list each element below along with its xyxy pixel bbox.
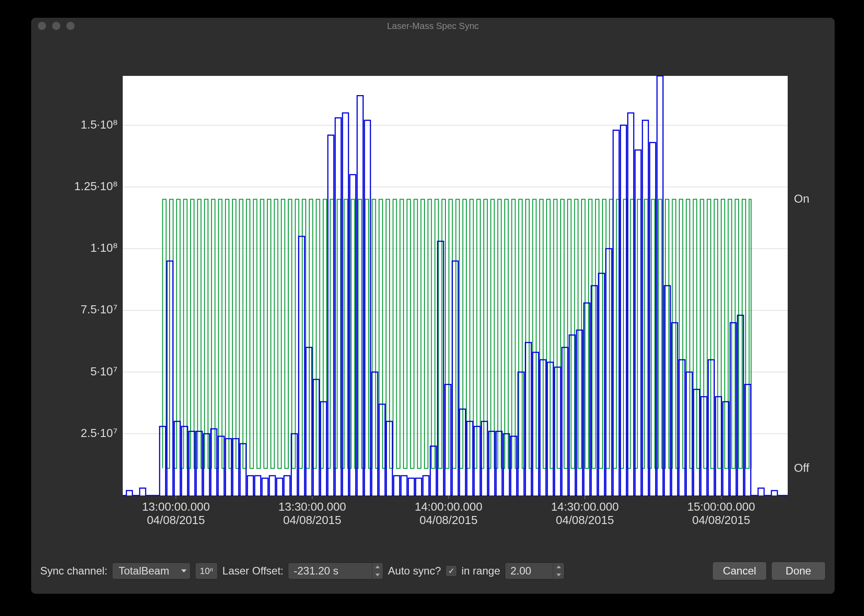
svg-rect-0: [123, 76, 788, 495]
svg-text:13:00:00.000: 13:00:00.000: [142, 500, 210, 513]
svg-text:13:30:00.000: 13:30:00.000: [278, 500, 346, 513]
svg-text:1.25·10⁸: 1.25·10⁸: [74, 179, 117, 193]
svg-text:On: On: [794, 192, 810, 205]
in-range-label: in range: [461, 565, 500, 577]
bottom-toolbar: Sync channel: TotalBeam 10ⁿ Laser Offset…: [40, 562, 826, 580]
svg-text:5·10⁷: 5·10⁷: [90, 365, 117, 378]
laser-offset-input[interactable]: -231.20 s: [288, 562, 383, 579]
svg-text:04/08/2015: 04/08/2015: [283, 513, 341, 527]
auto-sync-label: Auto sync?: [388, 565, 441, 577]
svg-text:15:00:00.000: 15:00:00.000: [687, 500, 755, 513]
chevron-down-icon: [181, 570, 187, 573]
in-range-input[interactable]: 2.00: [505, 562, 565, 579]
log-scale-button[interactable]: 10ⁿ: [195, 562, 218, 579]
sync-channel-value: TotalBeam: [119, 565, 169, 577]
titlebar: Laser-Mass Spec Sync: [31, 18, 835, 34]
sync-chart[interactable]: 2.5·10⁷5·10⁷7.5·10⁷1·10⁸1.25·10⁸1.5·10⁸1…: [69, 49, 828, 536]
window-title: Laser-Mass Spec Sync: [31, 21, 835, 31]
laser-offset-label: Laser Offset:: [222, 565, 283, 577]
cancel-button[interactable]: Cancel: [712, 562, 767, 580]
svg-text:14:30:00.000: 14:30:00.000: [551, 500, 619, 513]
sync-channel-select[interactable]: TotalBeam: [112, 562, 191, 579]
done-button[interactable]: Done: [771, 562, 826, 580]
dialog-window: Laser-Mass Spec Sync 2.5·10⁷5·10⁷7.5·10⁷…: [31, 18, 835, 594]
svg-text:04/08/2015: 04/08/2015: [420, 513, 478, 527]
svg-text:04/08/2015: 04/08/2015: [147, 513, 205, 527]
auto-sync-checkbox[interactable]: ✓: [445, 565, 457, 577]
laser-offset-value: -231.20 s: [294, 565, 338, 577]
sync-channel-label: Sync channel:: [40, 565, 108, 577]
chart-canvas: 2.5·10⁷5·10⁷7.5·10⁷1·10⁸1.25·10⁸1.5·10⁸1…: [69, 49, 828, 536]
svg-text:2.5·10⁷: 2.5·10⁷: [81, 426, 117, 440]
svg-text:7.5·10⁷: 7.5·10⁷: [81, 303, 117, 316]
stepper-icon[interactable]: [372, 563, 383, 579]
svg-text:04/08/2015: 04/08/2015: [556, 513, 614, 527]
in-range-value: 2.00: [511, 565, 532, 577]
svg-text:1.5·10⁸: 1.5·10⁸: [81, 118, 117, 131]
svg-text:Off: Off: [794, 461, 810, 474]
stepper-icon[interactable]: [553, 563, 564, 579]
svg-text:04/08/2015: 04/08/2015: [692, 513, 750, 527]
svg-text:14:00:00.000: 14:00:00.000: [415, 500, 482, 513]
svg-text:1·10⁸: 1·10⁸: [90, 241, 117, 254]
